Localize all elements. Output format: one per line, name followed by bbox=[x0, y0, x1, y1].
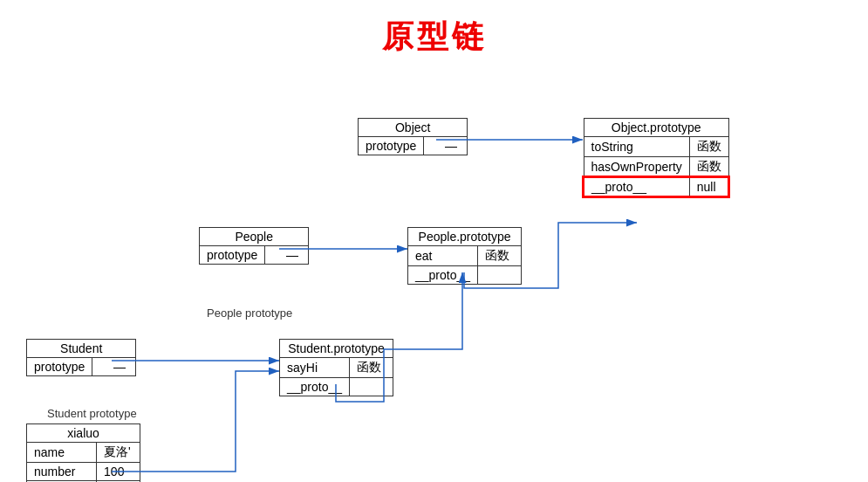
people-prototype-table: People.prototype eat 函数 __proto__ bbox=[407, 227, 522, 285]
xialuo-header: xialuo bbox=[27, 424, 140, 443]
people-proto-eat: eat 函数 bbox=[408, 246, 522, 266]
people-prototype-label-text: People prototype bbox=[207, 306, 292, 320]
student-prototype-label: prototype bbox=[27, 358, 92, 376]
people-row-prototype: prototype — bbox=[200, 246, 309, 265]
object-prototype-table: Object.prototype toString 函数 hasOwnPrope… bbox=[583, 118, 729, 197]
people-table: People prototype — bbox=[199, 227, 309, 265]
object-header: Object bbox=[359, 119, 468, 137]
student-prototype-table: Student.prototype sayHi 函数 __proto__ bbox=[279, 339, 393, 396]
object-proto-header: Object.prototype bbox=[584, 119, 728, 137]
object-table: Object prototype — bbox=[358, 118, 468, 155]
people-proto-proto: __proto__ bbox=[408, 266, 522, 285]
page-title: 原型链 bbox=[0, 0, 868, 59]
xialuo-table: xialuo name 夏洛' number 100 __proto__ bbox=[26, 423, 140, 482]
diagram-area: Object prototype — Object.prototype toSt… bbox=[0, 61, 868, 482]
student-table: Student prototype — bbox=[26, 339, 136, 376]
student-prototype-label-text: Student prototype bbox=[47, 407, 137, 420]
object-proto-tostring: toString 函数 bbox=[584, 137, 728, 157]
xialuo-row-number: number 100 bbox=[27, 463, 140, 481]
object-prototype-label: prototype bbox=[359, 137, 424, 155]
student-row-prototype: prototype — bbox=[27, 358, 136, 376]
object-row-prototype: prototype — bbox=[359, 137, 468, 155]
people-prototype-value: — bbox=[265, 246, 309, 265]
xialuo-row-name: name 夏洛' bbox=[27, 443, 140, 463]
object-proto-proto-row: __proto__ null bbox=[584, 177, 728, 196]
student-proto-sayhi: sayHi 函数 bbox=[280, 358, 393, 378]
people-prototype-label: prototype bbox=[200, 246, 265, 265]
object-proto-hasown: hasOwnProperty 函数 bbox=[584, 157, 728, 178]
student-proto-header: Student.prototype bbox=[280, 340, 393, 358]
student-header: Student bbox=[27, 340, 136, 358]
people-header: People bbox=[200, 228, 309, 246]
people-proto-header: People.prototype bbox=[408, 228, 522, 246]
student-proto-proto: __proto__ bbox=[280, 378, 393, 396]
object-prototype-value: — bbox=[424, 137, 468, 155]
student-prototype-value: — bbox=[92, 358, 136, 376]
